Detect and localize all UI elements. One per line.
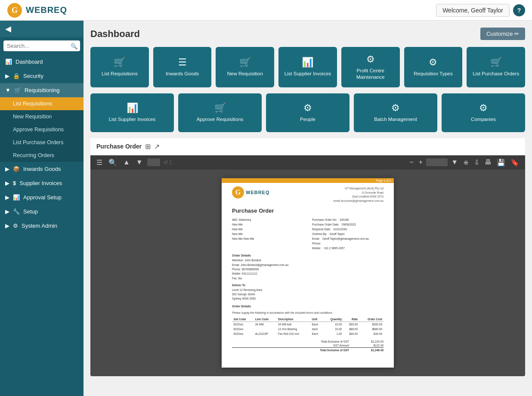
pdf-gst-label: GST Amount xyxy=(333,344,349,347)
table-row: 302Geo12 mm Bearingeach10.00$88.00$880.0… xyxy=(232,327,384,331)
tile-requisition-types[interactable]: ⚙ Requisition Types xyxy=(404,47,463,87)
chevron-right-icon: ▶ xyxy=(5,180,9,186)
pdf-ordered-by: Geoff Taylor xyxy=(330,232,345,235)
pdf-od-fax-label: Fax: xyxy=(232,277,238,280)
table-cell: 10.00 xyxy=(323,322,343,327)
table-cell: Each xyxy=(310,331,323,336)
table-cell: Fax Roll 210 mm xyxy=(277,331,310,336)
tile-companies[interactable]: ⚙ Companies xyxy=(442,93,525,132)
sidebar-item-approval-setup[interactable]: ▶ 📊 Approval Setup xyxy=(0,190,84,204)
pdf-line-items-table: Job Code Line Code Description Unit Quan… xyxy=(232,317,384,336)
dashboard-tiles-row2: 📊 List Supplier Invoices 🛒 Approve Requi… xyxy=(90,93,525,132)
pdf-supplier-line3: New title xyxy=(232,232,303,236)
help-button[interactable]: ? xyxy=(513,4,525,16)
pdf-po-date-row: Purchase Order Date: 09/06/2023 xyxy=(312,222,384,227)
pdf-od-phone: 98765689999 xyxy=(241,268,259,271)
pdf-zoom-dropdown-button[interactable]: ▼ xyxy=(449,158,460,167)
cart-icon: 🛒 xyxy=(114,57,125,68)
table-cell: 10.00 xyxy=(323,327,343,331)
pdf-ordered-by-row: Ordered By: Geoff Taylor xyxy=(312,232,384,236)
pdf-deliver-line3: Sydney NSW 2000 xyxy=(232,297,384,301)
pdf-phone-label: Phone: xyxy=(312,242,321,245)
pdf-po-number: 100166 xyxy=(340,218,349,221)
pdf-deliver-to-block: Deliver To Level 12 Receiving Area 302 G… xyxy=(232,283,384,301)
pdf-print-button[interactable]: 🖶 xyxy=(483,158,493,167)
sidebar-back-button[interactable]: ◀ xyxy=(0,21,84,37)
tile-new-requisition[interactable]: 🛒 New Requisition xyxy=(216,47,274,87)
tile-profit-centre[interactable]: ⚙ Profit Centre Maintenance xyxy=(341,47,400,87)
tile-list-requisitions[interactable]: 🛒 List Requisitions xyxy=(90,47,149,87)
pdf-email: Geoff.Taylor@gtmanagement.com.au xyxy=(322,237,369,240)
table-cell: $44.00 xyxy=(359,331,384,336)
tile-label: Requisition Types xyxy=(414,71,453,77)
customize-button[interactable]: Customize ✏ xyxy=(480,28,525,40)
tile-batch-management[interactable]: ⚙ Batch Management xyxy=(354,93,437,132)
pdf-prev-page-button[interactable]: ▲ xyxy=(121,158,132,167)
sidebar-item-dashboard[interactable]: 📊 Dashboard xyxy=(0,55,84,69)
tile-list-supplier-invoices2[interactable]: 📊 List Supplier Invoices xyxy=(90,93,174,132)
search-icon: 🔍 xyxy=(71,43,77,49)
pdf-logo-circle: G xyxy=(232,186,244,198)
cart-icon: 🛒 xyxy=(14,87,21,93)
sidebar-item-requisitioning[interactable]: ▼ 🛒 Requisitioning xyxy=(0,83,84,97)
sidebar-item-supplier-invoices[interactable]: ▶ $ Supplier Invoices xyxy=(0,176,84,190)
pdf-page-input[interactable]: 1 xyxy=(147,158,160,166)
search-wrap: 🔍 xyxy=(3,40,80,51)
tile-people[interactable]: ⚙ People xyxy=(266,93,350,132)
tile-label: Profit Centre Maintenance xyxy=(345,68,396,80)
chevron-right-icon: ▶ xyxy=(5,73,9,79)
sidebar-item-inwards-goods[interactable]: ▶ 📦 Inwards Goods xyxy=(0,162,84,176)
pdf-phone-row: Phone: xyxy=(312,241,384,246)
pdf-save-button[interactable]: 💾 xyxy=(495,158,507,167)
pdf-fullscreen-button[interactable]: ⧺ xyxy=(461,158,470,167)
pdf-logo: G WEBREQ xyxy=(232,186,270,198)
search-input[interactable] xyxy=(3,40,80,51)
tile-label: List Purchase Orders xyxy=(473,71,519,77)
pdf-header-row: G WEBREQ GT Management (Aust) Pty Ltd 8 … xyxy=(232,186,384,203)
chevron-right-icon: ▶ xyxy=(5,223,9,229)
cart-icon: 🛒 xyxy=(239,57,251,68)
table-cell: 34 Mill bolt xyxy=(277,322,310,327)
pdf-email-row: Email: Geoff.Taylor@gtmanagement.com.au xyxy=(312,236,384,241)
sidebar-sub-recurring-orders[interactable]: Recurring Orders xyxy=(0,149,84,162)
pdf-zoom-input[interactable]: 70% xyxy=(426,158,448,166)
pdf-toggle-sidebar-button[interactable]: ☰ xyxy=(95,158,104,167)
tile-approve-requisitions[interactable]: 🛒 Approve Requisitions xyxy=(178,93,262,132)
tile-label: List Supplier Invoices xyxy=(285,71,331,77)
sidebar-sub-list-requisitions[interactable]: List Requisitions xyxy=(0,97,84,110)
pdf-od-email-label: Email: xyxy=(232,263,240,266)
pdf-toolbar-right: − + 70% ▼ ⧺ ⇩ 🖶 💾 🔖 xyxy=(408,158,521,167)
sidebar-item-system-admin[interactable]: ▶ ⚙ System Admin xyxy=(0,219,84,233)
sidebar-item-label: Setup xyxy=(23,208,38,215)
sidebar-sub-new-requisition[interactable]: New Requisition xyxy=(0,110,84,123)
sidebar-item-label: Approval Setup xyxy=(23,194,62,201)
tile-list-supplier-invoices[interactable]: 📊 List Supplier Invoices xyxy=(278,47,337,87)
pdf-search-button[interactable]: 🔍 xyxy=(107,158,119,167)
table-cell: 302Geo xyxy=(232,331,254,336)
sidebar-item-security[interactable]: ▶ 🔒 Security xyxy=(0,69,84,83)
sidebar-sub-list-purchase-orders[interactable]: List Purchase Orders xyxy=(0,136,84,149)
sidebar-item-setup[interactable]: ▶ 🔧 Setup xyxy=(0,204,84,219)
po-panel: Purchase Order ⊞ ↗ ☰ 🔍 ▲ ▼ 1 of 1 − + 70… xyxy=(90,138,525,376)
pdf-bookmark-button[interactable]: 🔖 xyxy=(509,158,521,167)
tile-label: List Supplier Invoices xyxy=(109,116,156,123)
table-cell: $880.00 xyxy=(359,327,384,331)
table-row: 302GeoAL21015PFax Roll 210 mmEach1.00$44… xyxy=(232,331,384,336)
chevron-right-icon: ▶ xyxy=(5,166,9,172)
po-panel-icon1[interactable]: ⊞ xyxy=(145,142,151,151)
pdf-next-page-button[interactable]: ▼ xyxy=(134,158,145,167)
pdf-total-incl-gst-label: Total Inclusive of GST xyxy=(320,349,349,352)
po-panel-icon2[interactable]: ↗ xyxy=(154,142,160,151)
pdf-company-email: email accounts@gtmanagement.com.au xyxy=(334,199,384,203)
tile-list-po[interactable]: 🛒 List Purchase Orders xyxy=(467,47,525,87)
pdf-zoom-out-button[interactable]: − xyxy=(408,158,415,167)
pdf-total-incl-gst-val: $1,346.40 xyxy=(362,349,384,352)
table-cell: 302Geo xyxy=(232,327,254,331)
pdf-download-button[interactable]: ⇩ xyxy=(472,158,481,167)
pdf-total-excl-gst-label: Total Exclusive of GST xyxy=(321,340,349,343)
pdf-logo-text: WEBREQ xyxy=(246,190,270,195)
pdf-zoom-in-button[interactable]: + xyxy=(417,158,424,167)
pdf-company-name: GT Management (Aust) Pty Ltd xyxy=(334,186,384,191)
tile-inwards-goods[interactable]: ☰ Inwards Goods xyxy=(153,47,212,87)
sidebar-sub-approve-requisitions[interactable]: Approve Requisitions xyxy=(0,123,84,136)
